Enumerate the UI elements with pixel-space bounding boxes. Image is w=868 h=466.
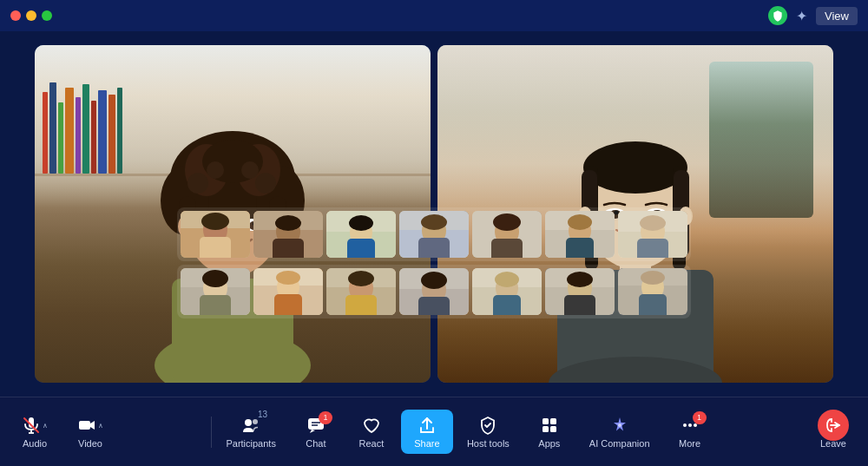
toolbar: ∧ Audio ∧ Video: [0, 397, 868, 466]
thumbnail-10[interactable]: [326, 268, 396, 315]
minimize-button[interactable]: [26, 10, 36, 21]
thumbnail-3[interactable]: [326, 211, 396, 258]
share-icon: [418, 415, 437, 436]
svg-rect-119: [79, 421, 90, 430]
maximize-button[interactable]: [42, 10, 52, 21]
chat-badge: 1: [319, 411, 332, 424]
share-label: Share: [414, 438, 439, 449]
thumbnail-2[interactable]: [253, 211, 323, 258]
title-bar: ✦ View: [0, 0, 868, 31]
audio-label: Audio: [23, 438, 47, 449]
books-left: [43, 72, 122, 174]
thumbnail-9[interactable]: [253, 268, 323, 315]
leave-button[interactable]: Leave: [807, 410, 859, 454]
participants-icon: 13: [241, 415, 260, 436]
svg-rect-128: [550, 426, 556, 432]
leave-icon: [818, 415, 849, 436]
audio-icon: ∧: [22, 415, 48, 436]
thumbnail-5[interactable]: [472, 211, 542, 258]
ai-companion-label: AI Companion: [589, 438, 650, 449]
video-label: Video: [78, 438, 102, 449]
main-video-area: [0, 31, 868, 397]
star-icon: ✦: [796, 8, 807, 24]
participants-button[interactable]: 13 Participants: [215, 410, 286, 454]
svg-point-12: [187, 173, 208, 194]
window-controls: [10, 10, 52, 21]
toolbar-right-group: Leave: [807, 410, 859, 454]
svg-rect-99: [418, 297, 450, 315]
audio-button[interactable]: ∧ Audio: [9, 410, 61, 454]
react-button[interactable]: React: [345, 410, 398, 454]
svg-point-68: [493, 213, 521, 231]
more-label: More: [679, 438, 700, 449]
ai-companion-button[interactable]: AI Companion: [579, 410, 661, 454]
svg-rect-60: [347, 239, 375, 258]
thumbnail-row-1: [177, 207, 691, 261]
svg-point-78: [640, 215, 666, 231]
thumbnail-7[interactable]: [618, 211, 687, 258]
svg-point-14: [241, 161, 259, 179]
participants-count: 13: [258, 410, 267, 419]
react-label: React: [359, 438, 385, 449]
more-button[interactable]: 1 More: [664, 410, 716, 454]
svg-point-93: [348, 271, 374, 286]
more-badge: 1: [693, 411, 707, 424]
svg-rect-125: [542, 418, 549, 424]
svg-point-73: [568, 214, 592, 230]
svg-rect-127: [542, 426, 549, 432]
participants-label: Participants: [226, 438, 275, 449]
divider-1: [211, 417, 212, 448]
thumbnail-12[interactable]: [472, 268, 542, 315]
svg-rect-65: [418, 238, 450, 258]
svg-point-13: [207, 161, 224, 179]
svg-rect-84: [200, 295, 231, 315]
svg-point-32: [583, 141, 687, 194]
svg-point-59: [349, 215, 373, 231]
apps-button[interactable]: Apps: [523, 410, 575, 454]
svg-point-130: [683, 423, 687, 427]
title-bar-right: ✦ View: [768, 6, 858, 25]
more-icon: 1: [681, 415, 700, 436]
svg-rect-79: [637, 239, 668, 258]
svg-point-129: [618, 423, 621, 427]
svg-rect-50: [200, 237, 231, 258]
thumbnail-8[interactable]: [181, 268, 250, 315]
react-icon: [362, 415, 381, 436]
svg-rect-114: [639, 294, 667, 315]
chat-icon: 1: [306, 415, 326, 436]
svg-point-103: [495, 272, 519, 287]
bg-person: [709, 62, 813, 218]
svg-point-83: [202, 270, 228, 287]
svg-rect-126: [550, 418, 556, 424]
svg-point-113: [641, 271, 665, 285]
svg-rect-74: [566, 238, 594, 258]
svg-rect-89: [274, 294, 302, 315]
host-tools-button[interactable]: Host tools: [457, 410, 520, 454]
thumbnail-4[interactable]: [399, 211, 469, 258]
thumbnail-1[interactable]: [181, 211, 250, 258]
svg-point-120: [245, 419, 252, 426]
thumbnail-13[interactable]: [545, 268, 615, 315]
apps-label: Apps: [538, 438, 560, 449]
share-button[interactable]: Share: [401, 410, 453, 454]
host-tools-icon: [478, 415, 497, 436]
close-button[interactable]: [10, 10, 21, 21]
video-button[interactable]: ∧ Video: [64, 410, 116, 454]
svg-point-54: [275, 215, 301, 231]
svg-rect-94: [345, 295, 377, 315]
thumbnail-14[interactable]: [618, 268, 687, 315]
thumbnail-strip: [177, 207, 691, 318]
svg-point-88: [276, 271, 300, 285]
svg-point-121: [253, 419, 258, 424]
svg-point-15: [255, 173, 276, 194]
view-button[interactable]: View: [816, 7, 858, 25]
svg-rect-104: [493, 295, 521, 315]
thumbnail-6[interactable]: [545, 211, 615, 258]
svg-rect-109: [564, 295, 595, 315]
svg-point-132: [694, 423, 697, 427]
chat-button[interactable]: 1 Chat: [290, 410, 342, 454]
svg-point-108: [567, 272, 593, 287]
svg-point-49: [201, 213, 229, 230]
thumbnail-11[interactable]: [399, 268, 469, 315]
toolbar-left-group: ∧ Audio ∧ Video: [9, 410, 116, 454]
